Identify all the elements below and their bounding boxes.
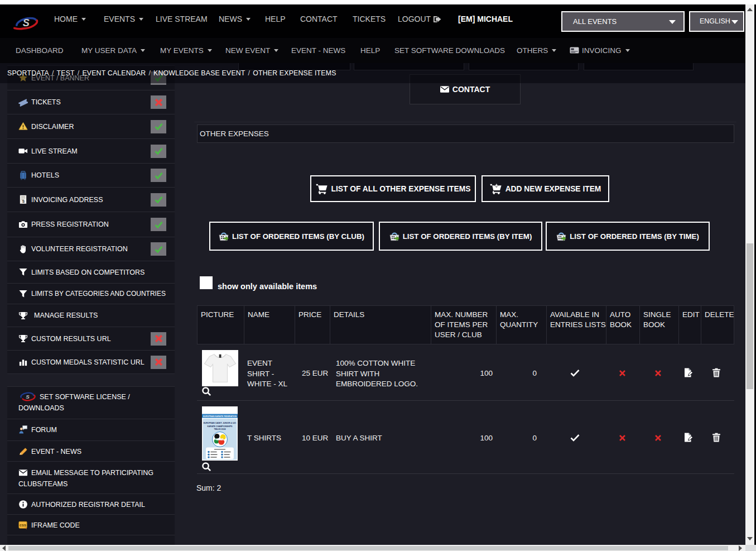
svg-text:KARATE CHAMPIONSHIPS: KARATE CHAMPIONSHIPS: [208, 425, 233, 428]
svg-text:EUROPEAN CADET, JUNIOR & U21: EUROPEAN CADET, JUNIOR & U21: [204, 422, 237, 424]
svg-text:S: S: [23, 17, 30, 28]
svg-text:EUROPEAN KARATE FEDERATION: EUROPEAN KARATE FEDERATION: [203, 415, 237, 418]
svg-text:$: $: [22, 199, 25, 204]
svg-text:WKF: WKF: [216, 438, 224, 441]
svg-text:TBILISI 2024: TBILISI 2024: [214, 428, 226, 430]
svg-text:css: css: [20, 523, 26, 528]
svg-text:S: S: [26, 394, 30, 400]
